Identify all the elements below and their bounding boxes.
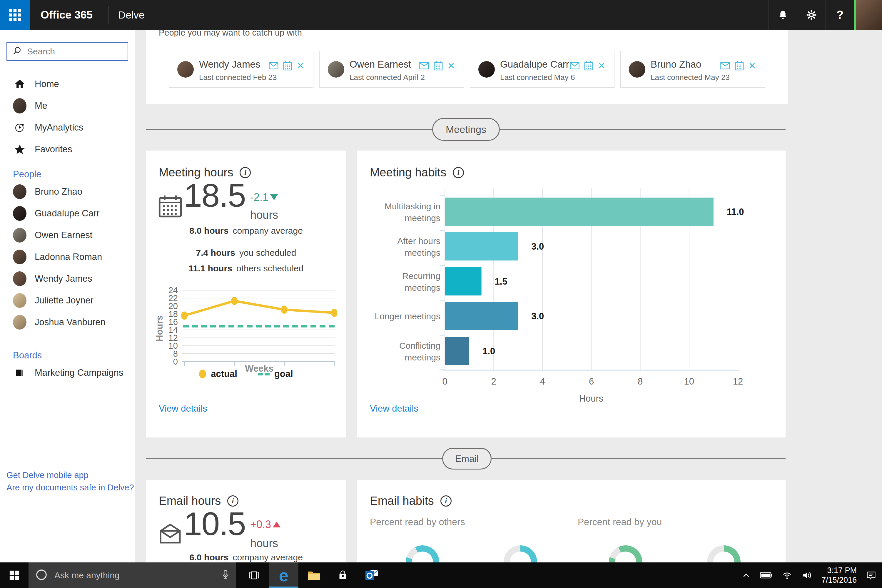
store-icon[interactable] (329, 562, 356, 588)
svg-text:8: 8 (638, 376, 643, 387)
app-launcher-icon[interactable] (0, 0, 30, 30)
dismiss-icon[interactable]: ✕ (598, 61, 605, 71)
sidebar-item-label: Me (35, 100, 47, 111)
meeting-habits-view-details-link[interactable]: View details (370, 404, 418, 414)
bell-icon[interactable] (768, 0, 797, 30)
outlook-icon[interactable] (358, 562, 386, 588)
calendar-icon[interactable] (584, 61, 593, 70)
legend-goal-marker (258, 373, 270, 375)
email-icon[interactable] (269, 62, 278, 70)
sidebar-board-marketing-campaigns[interactable]: Marketing Campaigns (0, 362, 135, 384)
dismiss-icon[interactable]: ✕ (447, 61, 455, 71)
svg-text:Longer meetings: Longer meetings (375, 311, 440, 321)
sidebar-person-name: Owen Earnest (35, 230, 92, 240)
gear-icon[interactable] (797, 0, 825, 30)
user-avatar[interactable] (854, 0, 882, 30)
sidebar-person-joshua-vanburen[interactable]: Joshua Vanburen (0, 311, 135, 333)
system-tray: 3:17 PM 7/15/2016 (741, 562, 877, 588)
search-box (6, 42, 128, 61)
sidebar-link-get-delve-mobile-app[interactable]: Get Delve mobile app (6, 469, 134, 481)
sidebar-person-ladonna-roman[interactable]: Ladonna Roman (0, 246, 135, 268)
avatar (177, 61, 194, 78)
sidebar-person-name: Ladonna Roman (35, 252, 102, 262)
email-icon[interactable] (419, 62, 429, 70)
top-bar: Office 365 Delve ? (0, 0, 882, 30)
catchup-card-actions: ✕ (419, 61, 455, 71)
email-habits-title: Email habits (370, 494, 434, 507)
calendar-icon[interactable] (434, 61, 443, 70)
page-title: Delve (118, 0, 144, 30)
info-icon[interactable]: i (440, 495, 452, 507)
calendar-icon (158, 194, 183, 220)
stat-line: 11.1 hoursothers scheduled (146, 263, 346, 273)
svg-text:meetings: meetings (405, 352, 440, 362)
calendar-icon[interactable] (735, 61, 744, 70)
email-icon[interactable] (570, 62, 579, 70)
help-icon[interactable]: ? (825, 0, 854, 30)
email-section-pill: Email (442, 448, 492, 470)
avatar (629, 61, 645, 78)
avatar (13, 184, 27, 199)
sidebar-item-myanalytics[interactable]: MyAnalytics (0, 117, 135, 138)
battery-icon[interactable] (760, 572, 772, 579)
cortana-icon[interactable] (35, 568, 48, 582)
sidebar-item-label: Favorites (35, 144, 72, 154)
me-avatar (13, 98, 27, 114)
sidebar-person-owen-earnest[interactable]: Owen Earnest (0, 224, 135, 246)
dismiss-icon[interactable]: ✕ (748, 61, 756, 71)
svg-text:Recurring: Recurring (402, 271, 440, 281)
action-center-icon[interactable] (866, 570, 877, 581)
catchup-card[interactable]: Bruno ZhaoLast connected May 23✕ (620, 51, 765, 88)
email-icon[interactable] (720, 62, 730, 70)
sidebar-person-bruno-zhao[interactable]: Bruno Zhao (0, 181, 135, 202)
taskbar-search-input[interactable] (54, 570, 215, 580)
sidebar-item-favorites[interactable]: Favorites (0, 138, 135, 160)
calendar-icon[interactable] (283, 61, 292, 70)
taskbar-clock[interactable]: 3:17 PM 7/15/2016 (821, 566, 857, 585)
sidebar-item-label: Home (35, 79, 59, 89)
sidebar-nav: HomeMeMyAnalyticsFavorites (0, 73, 135, 160)
catchup-card-actions: ✕ (269, 61, 304, 71)
sidebar-item-label: MyAnalytics (35, 122, 83, 133)
catchup-card[interactable]: Owen EarnestLast connected April 2✕ (319, 51, 464, 88)
avatar (13, 206, 27, 221)
email-hours-delta: +0.3 (250, 518, 280, 531)
trend-legend: actual goal (146, 369, 346, 379)
chevron-up-icon[interactable] (741, 571, 751, 580)
task-view-icon[interactable] (240, 562, 267, 588)
star-icon (13, 144, 27, 155)
file-explorer-icon[interactable] (300, 562, 328, 588)
search-input[interactable] (27, 46, 122, 57)
brand-title[interactable]: Office 365 (40, 0, 93, 30)
edge-icon[interactable]: e (269, 562, 298, 588)
sidebar-person-wendy-james[interactable]: Wendy James (0, 268, 135, 290)
legend-goal-label: goal (274, 369, 293, 379)
dismiss-icon[interactable]: ✕ (297, 61, 304, 71)
svg-text:24: 24 (168, 285, 178, 295)
sidebar-item-home[interactable]: Home (0, 73, 135, 95)
people-header: People (0, 168, 135, 181)
svg-text:6: 6 (589, 376, 594, 387)
svg-text:4: 4 (540, 376, 545, 387)
svg-text:1.5: 1.5 (495, 276, 507, 286)
wifi-icon[interactable] (782, 570, 793, 581)
start-icon[interactable] (0, 562, 28, 588)
svg-text:10: 10 (684, 376, 694, 387)
speaker-icon[interactable] (801, 570, 813, 581)
meeting-hours-delta: -2.1 (250, 191, 278, 204)
microphone-icon[interactable] (221, 569, 230, 582)
catchup-card[interactable]: Guadalupe CarrLast connected May 6✕ (470, 51, 615, 88)
clock-time: 3:17 PM (821, 566, 857, 575)
sidebar-person-name: Juliette Joyner (35, 295, 93, 306)
sidebar-link-are-my-documents-saf[interactable]: Are my documents safe in Delve? (6, 481, 134, 494)
meeting-hours-view-details-link[interactable]: View details (159, 404, 207, 414)
home-icon (13, 78, 27, 90)
sidebar-item-me[interactable]: Me (0, 95, 135, 117)
sidebar-person-guadalupe-carr[interactable]: Guadalupe Carr (0, 202, 135, 224)
catchup-card[interactable]: Wendy JamesLast connected Feb 23✕ (169, 51, 314, 88)
info-icon[interactable]: i (453, 167, 464, 178)
legend-actual-label: actual (211, 369, 237, 379)
sidebar-person-juliette-joyner[interactable]: Juliette Joyner (0, 290, 135, 311)
stat-line: 8.0 hourscompany average (146, 226, 346, 236)
taskbar: e (0, 562, 882, 588)
